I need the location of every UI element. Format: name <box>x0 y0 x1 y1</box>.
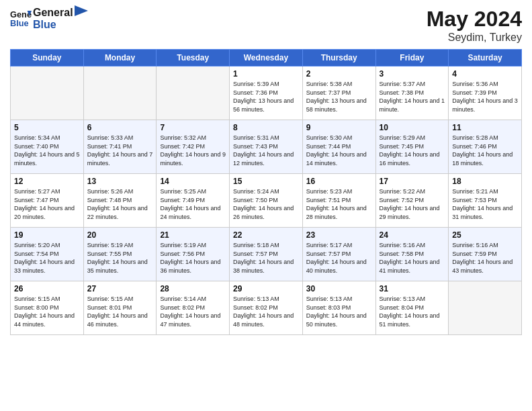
calendar-cell: 15Sunrise: 5:24 AMSunset: 7:50 PMDayligh… <box>230 174 303 228</box>
day-info: Sunrise: 5:39 AMSunset: 7:36 PMDaylight:… <box>233 80 299 113</box>
day-number: 12 <box>14 177 80 186</box>
day-number: 11 <box>452 123 518 132</box>
calendar-cell: 5Sunrise: 5:34 AMSunset: 7:40 PMDaylight… <box>11 120 84 174</box>
svg-marker-3 <box>75 5 88 16</box>
day-number: 26 <box>14 284 80 293</box>
generalblue-logo-icon: General Blue <box>10 8 32 30</box>
col-header-friday: Friday <box>375 50 449 66</box>
day-number: 16 <box>306 177 372 186</box>
day-info: Sunrise: 5:13 AMSunset: 8:04 PMDaylight:… <box>380 295 445 328</box>
day-info: Sunrise: 5:20 AMSunset: 7:54 PMDaylight:… <box>14 241 80 275</box>
calendar-cell: 11Sunrise: 5:28 AMSunset: 7:46 PMDayligh… <box>449 120 522 174</box>
col-header-sunday: Sunday <box>11 50 84 66</box>
day-info: Sunrise: 5:31 AMSunset: 7:43 PMDaylight:… <box>233 134 299 167</box>
day-number: 25 <box>452 230 518 240</box>
day-number: 29 <box>233 284 299 293</box>
day-info: Sunrise: 5:22 AMSunset: 7:52 PMDaylight:… <box>380 187 445 221</box>
day-info: Sunrise: 5:16 AMSunset: 7:58 PMDaylight:… <box>380 241 445 275</box>
calendar-cell: 28Sunrise: 5:14 AMSunset: 8:02 PMDayligh… <box>157 281 230 335</box>
calendar-cell: 29Sunrise: 5:13 AMSunset: 8:02 PMDayligh… <box>230 281 303 335</box>
day-number: 21 <box>160 230 226 240</box>
calendar-cell: 7Sunrise: 5:32 AMSunset: 7:42 PMDaylight… <box>157 120 230 174</box>
calendar-cell <box>83 66 157 120</box>
day-info: Sunrise: 5:24 AMSunset: 7:50 PMDaylight:… <box>233 187 299 221</box>
calendar-cell: 20Sunrise: 5:19 AMSunset: 7:55 PMDayligh… <box>83 228 157 281</box>
calendar-cell: 9Sunrise: 5:30 AMSunset: 7:44 PMDaylight… <box>302 120 375 174</box>
day-info: Sunrise: 5:14 AMSunset: 8:02 PMDaylight:… <box>160 295 226 328</box>
day-info: Sunrise: 5:30 AMSunset: 7:44 PMDaylight:… <box>306 134 372 167</box>
day-number: 2 <box>306 69 372 79</box>
day-number: 14 <box>160 177 226 186</box>
day-number: 27 <box>87 284 153 293</box>
day-info: Sunrise: 5:15 AMSunset: 8:01 PMDaylight:… <box>87 295 153 328</box>
col-header-wednesday: Wednesday <box>230 50 303 66</box>
calendar-cell: 19Sunrise: 5:20 AMSunset: 7:54 PMDayligh… <box>11 228 84 281</box>
col-header-thursday: Thursday <box>302 50 375 66</box>
day-info: Sunrise: 5:34 AMSunset: 7:40 PMDaylight:… <box>14 134 80 167</box>
calendar-cell: 16Sunrise: 5:23 AMSunset: 7:51 PMDayligh… <box>302 174 375 228</box>
calendar-week-row: 26Sunrise: 5:15 AMSunset: 8:00 PMDayligh… <box>11 281 522 335</box>
calendar-cell <box>157 66 230 120</box>
day-number: 31 <box>380 284 445 293</box>
day-number: 9 <box>306 123 372 132</box>
day-number: 30 <box>306 284 372 293</box>
col-header-saturday: Saturday <box>449 50 522 66</box>
day-info: Sunrise: 5:16 AMSunset: 7:59 PMDaylight:… <box>452 241 518 275</box>
day-info: Sunrise: 5:29 AMSunset: 7:45 PMDaylight:… <box>380 134 445 167</box>
calendar-cell: 27Sunrise: 5:15 AMSunset: 8:01 PMDayligh… <box>83 281 157 335</box>
calendar-week-row: 19Sunrise: 5:20 AMSunset: 7:54 PMDayligh… <box>11 228 522 281</box>
calendar-week-row: 12Sunrise: 5:27 AMSunset: 7:47 PMDayligh… <box>11 174 522 228</box>
calendar-cell: 10Sunrise: 5:29 AMSunset: 7:45 PMDayligh… <box>375 120 449 174</box>
calendar-cell: 22Sunrise: 5:18 AMSunset: 7:57 PMDayligh… <box>230 228 303 281</box>
calendar-cell: 21Sunrise: 5:19 AMSunset: 7:56 PMDayligh… <box>157 228 230 281</box>
day-info: Sunrise: 5:13 AMSunset: 8:03 PMDaylight:… <box>306 295 372 328</box>
day-number: 10 <box>380 123 445 132</box>
calendar-week-row: 1Sunrise: 5:39 AMSunset: 7:36 PMDaylight… <box>11 66 522 120</box>
day-number: 8 <box>233 123 299 132</box>
day-info: Sunrise: 5:25 AMSunset: 7:49 PMDaylight:… <box>160 187 226 221</box>
day-info: Sunrise: 5:19 AMSunset: 7:55 PMDaylight:… <box>87 241 153 275</box>
calendar-cell: 3Sunrise: 5:37 AMSunset: 7:38 PMDaylight… <box>375 66 449 120</box>
day-info: Sunrise: 5:13 AMSunset: 8:02 PMDaylight:… <box>233 295 299 328</box>
day-info: Sunrise: 5:18 AMSunset: 7:57 PMDaylight:… <box>233 241 299 275</box>
day-number: 3 <box>380 69 445 79</box>
calendar: SundayMondayTuesdayWednesdayThursdayFrid… <box>10 49 522 335</box>
day-number: 22 <box>233 230 299 240</box>
page: General Blue General Blue May 2024 Seydi… <box>0 0 532 411</box>
svg-text:Blue: Blue <box>10 18 29 28</box>
day-info: Sunrise: 5:23 AMSunset: 7:51 PMDaylight:… <box>306 187 372 221</box>
logo-blue: Blue <box>33 19 56 31</box>
calendar-cell: 18Sunrise: 5:21 AMSunset: 7:53 PMDayligh… <box>449 174 522 228</box>
location: Seydim, Turkey <box>427 32 522 44</box>
header: General Blue General Blue May 2024 Seydi… <box>10 7 522 44</box>
day-info: Sunrise: 5:37 AMSunset: 7:38 PMDaylight:… <box>380 80 445 113</box>
day-info: Sunrise: 5:15 AMSunset: 8:00 PMDaylight:… <box>14 295 80 328</box>
calendar-header-row: SundayMondayTuesdayWednesdayThursdayFrid… <box>11 50 522 66</box>
day-info: Sunrise: 5:21 AMSunset: 7:53 PMDaylight:… <box>452 187 518 221</box>
calendar-cell <box>11 66 84 120</box>
day-number: 28 <box>160 284 226 293</box>
day-info: Sunrise: 5:36 AMSunset: 7:39 PMDaylight:… <box>452 80 518 113</box>
day-info: Sunrise: 5:27 AMSunset: 7:47 PMDaylight:… <box>14 187 80 221</box>
day-number: 20 <box>87 230 153 240</box>
calendar-cell: 24Sunrise: 5:16 AMSunset: 7:58 PMDayligh… <box>375 228 449 281</box>
calendar-cell: 4Sunrise: 5:36 AMSunset: 7:39 PMDaylight… <box>449 66 522 120</box>
day-number: 6 <box>87 123 153 132</box>
calendar-week-row: 5Sunrise: 5:34 AMSunset: 7:40 PMDaylight… <box>11 120 522 174</box>
calendar-cell: 30Sunrise: 5:13 AMSunset: 8:03 PMDayligh… <box>302 281 375 335</box>
calendar-cell: 2Sunrise: 5:38 AMSunset: 7:37 PMDaylight… <box>302 66 375 120</box>
day-number: 7 <box>160 123 226 132</box>
calendar-cell: 23Sunrise: 5:17 AMSunset: 7:57 PMDayligh… <box>302 228 375 281</box>
day-number: 1 <box>233 69 299 79</box>
calendar-cell: 17Sunrise: 5:22 AMSunset: 7:52 PMDayligh… <box>375 174 449 228</box>
calendar-cell: 13Sunrise: 5:26 AMSunset: 7:48 PMDayligh… <box>83 174 157 228</box>
calendar-cell: 25Sunrise: 5:16 AMSunset: 7:59 PMDayligh… <box>449 228 522 281</box>
month-year: May 2024 <box>427 7 522 32</box>
calendar-cell: 1Sunrise: 5:39 AMSunset: 7:36 PMDaylight… <box>230 66 303 120</box>
day-number: 24 <box>380 230 445 240</box>
day-number: 23 <box>306 230 372 240</box>
day-number: 18 <box>452 177 518 186</box>
day-info: Sunrise: 5:17 AMSunset: 7:57 PMDaylight:… <box>306 241 372 275</box>
day-info: Sunrise: 5:32 AMSunset: 7:42 PMDaylight:… <box>160 134 226 167</box>
logo-general: General <box>33 7 73 19</box>
